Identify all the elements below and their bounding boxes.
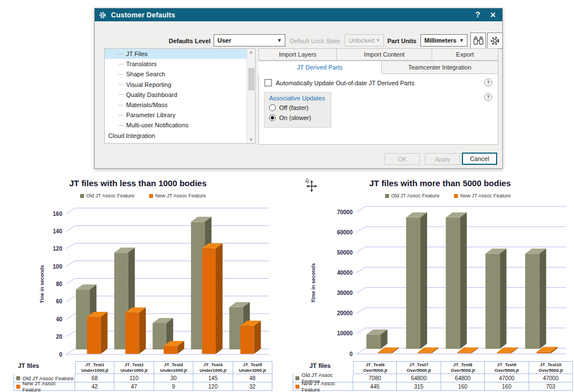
gridline bbox=[357, 308, 365, 313]
table-value-cell: 315 bbox=[397, 382, 441, 391]
scroll-down-icon[interactable]: ∨ bbox=[247, 137, 255, 142]
auto-update-label: Automatically Update Out-of-date JT Deri… bbox=[276, 80, 414, 86]
settings-panel: Import LayersImport ContentExport JT Der… bbox=[258, 48, 498, 145]
legend-label: New JT Assoc Feature bbox=[155, 193, 206, 199]
radio-off[interactable] bbox=[269, 104, 276, 111]
legend-swatch-icon bbox=[385, 194, 389, 198]
table-category-header: JT_Test10Over5000.jt bbox=[529, 361, 573, 374]
defaults-level-select[interactable]: User ▼ bbox=[214, 34, 285, 47]
radio-on[interactable] bbox=[269, 114, 276, 121]
tree-item-translators[interactable]: Translators bbox=[105, 59, 255, 69]
scroll-up-icon[interactable]: ∧ bbox=[247, 50, 255, 55]
chevron-down-icon: ▼ bbox=[459, 38, 464, 43]
y-tick-label: 160 bbox=[53, 211, 62, 217]
chart-bar bbox=[240, 326, 254, 354]
tab-teamcenter-integration[interactable]: Teamcenter Integration bbox=[382, 61, 498, 74]
legend-item: New JT Assoc Feature bbox=[454, 193, 511, 199]
settings-button[interactable] bbox=[487, 33, 503, 49]
chart-bar bbox=[126, 312, 140, 354]
legend-swatch-icon bbox=[454, 194, 458, 198]
tree-item-label: Parameter Library bbox=[126, 112, 175, 118]
help-icon[interactable]: ? bbox=[484, 79, 492, 86]
gridline bbox=[66, 243, 75, 249]
tree-item-quality-dashboard[interactable]: Quality Dashboard bbox=[105, 90, 255, 100]
dialog-titlebar[interactable]: Customer Defaults ? × bbox=[95, 8, 502, 21]
tree-item-visual-reporting[interactable]: Visual Reporting bbox=[105, 80, 255, 90]
y-tick-label: 50000 bbox=[337, 250, 353, 256]
table-value-cell: 32 bbox=[233, 382, 272, 391]
jt-derived-parts-pane: Automatically Update Out-of-date JT Deri… bbox=[258, 73, 498, 145]
gridline bbox=[357, 247, 365, 252]
table-category-header: JT_Test2Under1000.jt bbox=[114, 361, 154, 374]
gridline bbox=[66, 279, 75, 284]
lock-state-select: Unlocked ▼ bbox=[345, 34, 384, 47]
chart-plot: 020406080100120140160Tine in seconds bbox=[10, 202, 278, 360]
tree-item-cloud-integration[interactable]: Cloud Integration bbox=[105, 131, 255, 141]
legend-swatch-icon bbox=[16, 385, 20, 389]
table-category-header: JT_Test7Over5000.jt bbox=[397, 361, 441, 374]
gridline bbox=[66, 296, 75, 302]
legend-label: New JT Assoc Feature bbox=[460, 193, 511, 199]
tree-item-label: JT Files bbox=[126, 50, 147, 57]
table-category-header: JT_Test8Over5000.jt bbox=[441, 361, 485, 374]
tree-item-materials-mass[interactable]: Materials/Mass bbox=[105, 100, 255, 110]
legend-label: Old JT Assoc Feature bbox=[391, 193, 439, 199]
tree-item-jt-files[interactable]: JT Files bbox=[105, 49, 255, 59]
chevron-down-icon: ▼ bbox=[277, 38, 282, 43]
chart-bar bbox=[539, 248, 546, 349]
table-value-cell: 47 bbox=[114, 382, 154, 391]
chart-bar bbox=[418, 353, 432, 354]
gear-icon bbox=[490, 36, 500, 46]
find-default-button[interactable] bbox=[470, 33, 486, 49]
tab-export[interactable]: Export bbox=[432, 48, 498, 61]
dialog-title: Customer Defaults bbox=[111, 11, 175, 19]
tab-jt-derived-parts[interactable]: JT Derived Parts bbox=[258, 61, 382, 74]
cancel-button[interactable]: Cancel bbox=[462, 153, 497, 165]
table-corner bbox=[13, 361, 75, 374]
y-tick-label: 30000 bbox=[337, 290, 353, 296]
binoculars-icon bbox=[473, 36, 484, 45]
chart-bar bbox=[420, 213, 427, 349]
tree-connector bbox=[118, 115, 123, 116]
table-value-cell: 47000 bbox=[485, 374, 529, 382]
tab-import-content[interactable]: Import Content bbox=[337, 48, 432, 61]
legend-item: Old JT Assoc Feature bbox=[385, 193, 439, 199]
chart-bar bbox=[457, 353, 471, 354]
part-units-select[interactable]: Millimeters ▼ bbox=[420, 34, 467, 47]
y-tick-label: 20 bbox=[56, 334, 63, 340]
table-value-cell: 110 bbox=[114, 374, 154, 382]
chart-bar bbox=[254, 321, 261, 354]
tree-item-parameter-library[interactable]: Parameter Library bbox=[105, 110, 255, 120]
associative-updates-group: Associative Updates Off (faster) On (slo… bbox=[264, 92, 331, 128]
chart-bar bbox=[367, 334, 381, 349]
scrollbar-thumb[interactable] bbox=[248, 68, 254, 90]
chart-title: JT files with less than 1000 bodies bbox=[10, 178, 266, 188]
table-category-header: JT_Test3Under1000.jt bbox=[154, 361, 193, 374]
gridline bbox=[66, 225, 75, 231]
help-icon[interactable]: ? bbox=[484, 93, 492, 101]
tree-scrollbar[interactable]: ∧ ∨ bbox=[247, 49, 255, 143]
tree-item-multi-user-notifications[interactable]: Multi-user Notifications bbox=[105, 120, 255, 130]
chart-bar bbox=[152, 323, 166, 349]
chart-bar bbox=[378, 352, 392, 353]
table-value-cell: 47000 bbox=[529, 374, 573, 382]
chart-legend: Old JT Assoc FeatureNew JT Assoc Feature bbox=[317, 193, 574, 199]
legend-label: Old JT Assoc Feature bbox=[86, 193, 135, 199]
tab-import-layers[interactable]: Import Layers bbox=[258, 48, 337, 61]
auto-update-checkbox[interactable] bbox=[265, 79, 272, 86]
table-value-cell: 7080 bbox=[353, 374, 397, 382]
apply-button[interactable]: Apply bbox=[425, 153, 460, 165]
ok-button[interactable]: OK bbox=[385, 153, 420, 165]
tree-item-shape-search[interactable]: Shape Search bbox=[105, 69, 255, 79]
gridline bbox=[357, 206, 365, 212]
table-value-cell: 42 bbox=[75, 382, 114, 391]
help-button[interactable]: ? bbox=[475, 10, 480, 20]
gridline bbox=[357, 267, 365, 273]
y-tick-label: 40 bbox=[56, 316, 63, 322]
y-tick-label: 10000 bbox=[337, 330, 353, 336]
close-button[interactable]: × bbox=[490, 10, 496, 20]
legend-item: New JT Assoc Feature bbox=[149, 193, 206, 199]
table-series-label: New JT Assoc Feature bbox=[293, 382, 353, 391]
legend-swatch-icon bbox=[16, 376, 20, 380]
tree-item-label: Cloud Integration bbox=[108, 132, 155, 139]
